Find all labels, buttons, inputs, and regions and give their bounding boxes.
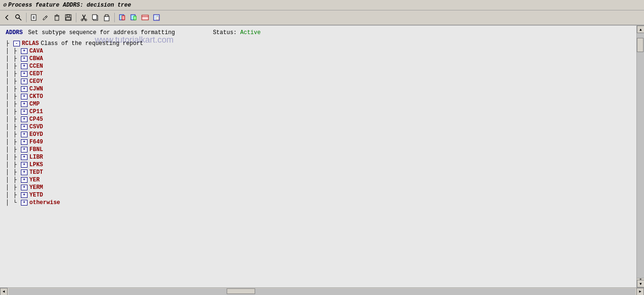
tree-row-cmp: │ ├ + CMP (6, 100, 631, 108)
scroll-up-button[interactable]: ▲ (637, 26, 644, 33)
title-bar: ⚙ Process feature ADDRS: decision tree (0, 0, 644, 10)
scroll-right-button[interactable]: ► (636, 288, 644, 295)
extra-button-2[interactable]: 📋 (151, 12, 162, 23)
tree-row-rclas: ├ - RCLAS Class of the requesting report (6, 40, 631, 47)
tree-row-tedt: │ ├ + TEDT (6, 169, 631, 176)
cp45-label: CP45 (29, 116, 43, 123)
tree-row-otherwise: │ └ + otherwise (6, 199, 631, 206)
scroll-track-bottom[interactable] (9, 288, 635, 295)
expand-cbwa[interactable]: + (21, 56, 28, 62)
svg-line-6 (46, 17, 46, 18)
svg-rect-11 (67, 15, 70, 17)
yerm-label: YERM (29, 184, 43, 191)
expand-csvd[interactable]: + (21, 124, 28, 130)
tree-row-ccen: │ ├ + CCEN (6, 63, 631, 70)
feature-description: Set subtype sequence for address formatt… (28, 29, 175, 36)
expand-fbnl[interactable]: + (21, 147, 28, 152)
tree-row-cjwn: │ ├ + CJWN (6, 85, 631, 93)
scroll-thumb-bottom[interactable] (227, 288, 255, 294)
expand-cava[interactable]: + (21, 48, 28, 54)
separator-1 (26, 13, 27, 22)
find-button[interactable] (13, 12, 24, 23)
tree-row-cedt: │ ├ + CEDT (6, 70, 631, 78)
expand-rclas[interactable]: - (13, 41, 20, 46)
fbnl-label: FBNL (29, 146, 43, 153)
status-label: Status: (213, 29, 237, 36)
expand-yetd[interactable]: + (21, 192, 28, 198)
expand-cmp[interactable]: + (21, 101, 28, 107)
ckto-label: CKTO (29, 93, 43, 100)
tree-row-ceoy: │ ├ + CEOY (6, 78, 631, 85)
expand-cedt[interactable]: + (21, 71, 28, 77)
status-value: Active (240, 29, 261, 36)
expand-lpks[interactable]: + (21, 162, 28, 168)
cut-button[interactable] (79, 12, 89, 23)
cava-label: CAVA (29, 47, 43, 55)
svg-rect-12 (66, 18, 71, 20)
scroll-down-button[interactable]: ▼ (637, 280, 644, 287)
yer-label: YER (29, 176, 40, 184)
expand-ceoy[interactable]: + (21, 79, 28, 84)
svg-rect-22 (134, 16, 136, 20)
separator-2 (76, 13, 76, 22)
separator-3 (114, 13, 115, 22)
expand-cp11[interactable]: + (21, 109, 28, 115)
expand-cjwn[interactable]: + (21, 86, 28, 92)
export-button[interactable] (117, 12, 128, 23)
cjwn-label: CJWN (29, 85, 43, 93)
expand-tedt[interactable]: + (21, 170, 28, 175)
right-scrollbar: ▲ ≡ ▼ (636, 26, 644, 287)
expand-eoyd[interactable]: + (21, 132, 28, 137)
scroll-left-button[interactable]: ◄ (0, 288, 8, 295)
import-button[interactable] (129, 12, 139, 23)
expand-ckto[interactable]: + (21, 94, 28, 99)
expand-ccen[interactable]: + (21, 63, 28, 69)
copy-button[interactable] (90, 12, 101, 23)
cp11-label: CP11 (29, 108, 43, 116)
delete-button[interactable] (52, 12, 62, 23)
yetd-label: YETD (29, 191, 43, 199)
tree-children: │ ├ + CAVA │ ├ + CBWA │ ├ + CCEN │ ├ + C… (6, 47, 631, 206)
expand-libr[interactable]: + (21, 154, 28, 160)
extra-button-1[interactable] (140, 12, 150, 23)
csvd-label: CSVD (29, 123, 43, 131)
ccen-label: CCEN (29, 63, 43, 70)
tedt-label: TEDT (29, 169, 43, 176)
cbwa-label: CBWA (29, 55, 43, 63)
rclas-label: RCLAS (22, 40, 39, 47)
svg-rect-18 (105, 15, 108, 17)
edit-button[interactable] (40, 12, 51, 23)
lpks-label: LPKS (29, 161, 43, 169)
toolbar: 📋 (0, 10, 644, 26)
save-button[interactable] (63, 12, 74, 23)
svg-line-1 (19, 18, 21, 20)
tree-row-fbnl: │ ├ + FBNL (6, 146, 631, 153)
content-pane[interactable]: www.tutorialkart.com ADDRS Set subtype s… (0, 26, 636, 287)
expand-cp45[interactable]: + (21, 116, 28, 122)
tree-row-csvd: │ ├ + CSVD (6, 123, 631, 131)
window-title: Process feature ADDRS: decision tree (8, 2, 131, 9)
expand-f649[interactable]: + (21, 139, 28, 145)
svg-rect-20 (122, 16, 125, 20)
back-button[interactable] (2, 12, 12, 23)
new-button[interactable] (29, 12, 39, 23)
title-icon: ⚙ (3, 1, 6, 9)
expand-otherwise[interactable]: + (21, 200, 28, 206)
tree-row-yerm: │ ├ + YERM (6, 184, 631, 191)
expand-yerm[interactable]: + (21, 185, 28, 190)
tree-row-cava: │ ├ + CAVA (6, 47, 631, 55)
cedt-label: CEDT (29, 70, 43, 78)
tree-row-lpks: │ ├ + LPKS (6, 161, 631, 169)
paste-button[interactable] (101, 12, 112, 23)
tree-row-cp45: │ ├ + CP45 (6, 116, 631, 123)
scroll-track-right[interactable] (637, 33, 644, 278)
svg-text:📋: 📋 (155, 15, 160, 20)
cmp-label: CMP (29, 100, 40, 108)
eoyd-label: EOYD (29, 131, 43, 138)
tree-container: ├ - RCLAS Class of the requesting report… (6, 40, 631, 206)
expand-yer[interactable]: + (21, 177, 28, 183)
scroll-thumb-right[interactable] (637, 38, 644, 52)
bottom-bar: ◄ ► (0, 287, 644, 295)
rclas-desc: Class of the requesting report (41, 40, 143, 47)
tree-row-libr: │ ├ + LIBR (6, 153, 631, 161)
